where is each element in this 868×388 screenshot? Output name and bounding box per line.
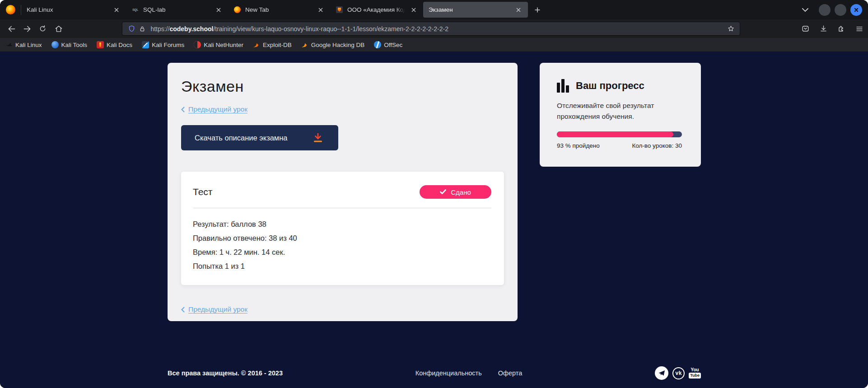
tab-title: Экзамен	[429, 6, 511, 13]
tab-close-icon[interactable]	[513, 5, 523, 15]
bookmark-label: Google Hacking DB	[311, 42, 365, 48]
home-icon	[54, 24, 63, 33]
youtube-bottom-label: Tube	[689, 373, 701, 379]
bookmark-kali-docs[interactable]: Kali Docs	[97, 41, 132, 48]
copyright-text: Все права защищены. © 2016 - 2023	[168, 369, 283, 377]
status-badge-label: Сдано	[451, 188, 471, 196]
kali-tools-icon	[51, 41, 59, 48]
tab-codeby-academy[interactable]: ООО «Академия Кодеба	[330, 2, 423, 18]
reload-button[interactable]	[36, 22, 50, 36]
tab-close-icon[interactable]	[409, 5, 419, 15]
vk-label: vk	[675, 370, 681, 376]
previous-lesson-link-top[interactable]: Предыдущий урок	[181, 105, 504, 113]
tracking-protection-shield-icon[interactable]	[126, 23, 137, 34]
progress-labels: 93 % пройдено Кол-во уроков: 30	[557, 142, 682, 149]
codeby-favicon	[336, 6, 343, 14]
result-score: Результат: баллов 38	[193, 217, 491, 231]
tab-kali-linux[interactable]: Kali Linux	[21, 2, 126, 18]
tab-close-icon[interactable]	[112, 5, 121, 15]
exploit-db-bird-icon	[253, 41, 260, 48]
tab-close-icon[interactable]	[214, 5, 224, 15]
bookmark-label: Kali Linux	[15, 42, 42, 48]
close-icon	[854, 7, 859, 13]
bookmark-kali-nethunter[interactable]: Kali NetHunter	[194, 41, 243, 48]
result-correct-answers: Правильно отвечено: 38 из 40	[193, 231, 491, 245]
bookmark-label: Exploit-DB	[263, 42, 292, 48]
download-icon	[819, 24, 828, 33]
footer: Все права защищены. © 2016 - 2023 Конфид…	[168, 366, 701, 380]
bookmark-star-icon[interactable]	[725, 23, 736, 34]
tab-title: New Tab	[245, 6, 313, 13]
page-title: Экзамен	[181, 78, 504, 95]
firefox-favicon	[233, 6, 241, 14]
url-text[interactable]: https://codeby.school/training/view/kurs…	[150, 25, 725, 33]
lock-icon[interactable]	[137, 23, 148, 34]
url-bar[interactable]: https://codeby.school/training/view/kurs…	[122, 22, 740, 36]
bookmark-kali-linux[interactable]: Kali Linux	[5, 41, 42, 48]
reload-icon	[38, 24, 47, 33]
previous-lesson-label: Предыдущий урок	[188, 105, 247, 113]
bookmark-kali-tools[interactable]: Kali Tools	[51, 41, 88, 48]
bookmarks-bar: Kali Linux Kali Tools Kali Docs Kali For…	[0, 38, 868, 51]
minimize-button[interactable]	[819, 4, 831, 16]
browser-window: Kali Linux SQL SQL-lab New Tab ООО «Акад…	[0, 0, 868, 388]
vk-icon[interactable]: vk	[672, 367, 685, 379]
chevron-left-icon	[181, 107, 185, 112]
pocket-button[interactable]	[798, 22, 812, 36]
chevron-left-icon	[181, 307, 185, 313]
tab-overflow-button[interactable]	[798, 2, 813, 18]
bookmark-offsec[interactable]: OffSec	[374, 41, 402, 48]
url-path: /training/view/kurs-laquo-osnovy-linux-r…	[213, 25, 448, 33]
bookmark-kali-forums[interactable]: Kali Forums	[142, 41, 184, 48]
tab-ekzamen-active[interactable]: Экзамен	[423, 2, 528, 18]
bookmark-exploit-db[interactable]: Exploit-DB	[253, 41, 292, 48]
extensions-button[interactable]	[834, 22, 849, 36]
exam-card: Экзамен Предыдущий урок Скачать описание…	[168, 63, 518, 321]
firefox-app-icon	[0, 0, 21, 19]
app-menu-button[interactable]	[852, 22, 867, 36]
sql-favicon: SQL	[131, 6, 139, 14]
bookmark-label: OffSec	[384, 42, 402, 48]
previous-lesson-link-bottom[interactable]: Предыдущий урок	[181, 305, 247, 313]
kali-docs-icon	[97, 41, 104, 48]
checkmark-icon	[440, 189, 446, 195]
tab-title: SQL-lab	[143, 6, 211, 13]
download-exam-description-button[interactable]: Скачать описание экзамна	[181, 125, 338, 150]
plus-icon	[534, 7, 541, 13]
window-controls	[813, 4, 868, 16]
offer-link[interactable]: Оферта	[498, 369, 523, 377]
page-content: Экзамен Предыдущий урок Скачать описание…	[0, 51, 868, 388]
offsec-icon	[374, 41, 381, 48]
footer-links: Конфиденциальность Оферта	[415, 369, 523, 377]
new-tab-button[interactable]	[530, 2, 545, 18]
forward-arrow-icon	[23, 24, 32, 33]
privacy-link[interactable]: Конфиденциальность	[415, 369, 482, 377]
test-header: Тест Сдано	[193, 185, 491, 199]
maximize-button[interactable]	[835, 4, 846, 16]
download-button-label: Скачать описание экзамна	[195, 134, 288, 142]
close-window-button[interactable]	[850, 4, 862, 16]
forward-button[interactable]	[20, 22, 35, 36]
url-prefix: https://	[150, 25, 169, 33]
bar-chart-icon	[557, 79, 569, 93]
tab-sql-lab[interactable]: SQL SQL-lab	[126, 2, 228, 18]
kali-dragon-icon	[5, 41, 13, 48]
telegram-icon[interactable]	[655, 366, 668, 380]
home-button[interactable]	[51, 22, 66, 36]
tab-close-icon[interactable]	[316, 5, 326, 15]
google-hacking-db-bird-icon	[301, 41, 308, 48]
tab-new-tab[interactable]: New Tab	[228, 2, 330, 18]
bookmark-google-hacking-db[interactable]: Google Hacking DB	[301, 41, 365, 48]
result-attempts: Попытка 1 из 1	[193, 259, 491, 273]
navigation-bar: https://codeby.school/training/view/kurs…	[0, 19, 868, 38]
downloads-button[interactable]	[816, 22, 831, 36]
test-result-card: Тест Сдано Результат: баллов 38 Правильн…	[181, 172, 504, 285]
progress-title: Ваш прогресс	[576, 80, 644, 92]
download-arrow-icon	[312, 132, 324, 144]
youtube-icon[interactable]: You Tube	[689, 368, 701, 379]
pocket-icon	[801, 24, 810, 33]
kali-nethunter-icon	[194, 41, 201, 48]
back-button[interactable]	[5, 22, 19, 36]
puzzle-icon	[837, 24, 846, 33]
url-domain: codeby.school	[169, 25, 213, 33]
